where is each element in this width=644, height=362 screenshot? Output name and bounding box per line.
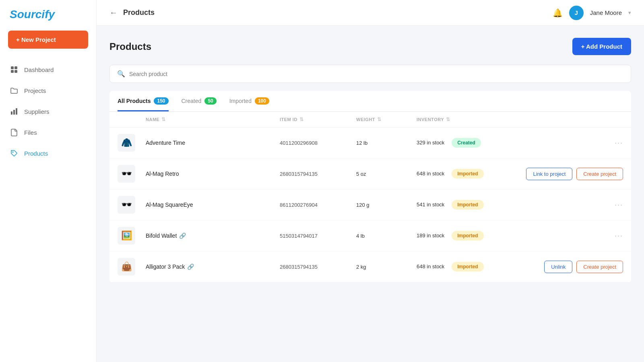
product-inventory: 541 in stock [417,202,444,208]
status-badge: Imported [452,262,483,272]
product-item-id: 4011200296908 [280,140,352,146]
weight-sort-icon[interactable]: ⇅ [377,117,382,122]
col-actions [493,117,623,122]
tab-badge-imported: 100 [255,97,269,105]
topbar-right: 🔔 J Jane Moore ▾ [553,6,631,20]
table-row: 🖼️ Bifold Wallet 🔗 5150314794017 4 lb 18… [109,220,631,251]
table-row: 🕶️ Al-Mag SquareEye 8611200276904 120 g … [109,189,631,220]
avatar: J [569,6,584,20]
status-badge: Created [452,138,481,148]
product-thumbnail: 🖼️ [118,227,135,245]
product-thumbnail: 🕶️ [118,165,135,183]
product-weight: 120 g [356,202,413,208]
inventory-sort-icon[interactable]: ⇅ [446,117,450,122]
back-button[interactable]: ← [109,8,118,17]
product-thumbnail: 👜 [118,258,135,276]
new-project-button[interactable]: + New Project [8,31,88,49]
product-inventory: 648 in stock [417,171,444,177]
brand-name: Sourcify [10,8,55,21]
tab-label: Imported [229,98,252,104]
topbar-title: Products [123,8,155,17]
add-product-button[interactable]: + Add Product [572,38,631,55]
product-item-id: 5150314794017 [280,233,352,239]
search-icon: 🔍 [117,70,125,78]
svg-rect-3 [14,70,17,73]
product-inventory-cell: 541 in stock Imported [417,200,489,210]
col-weight: WEIGHT ⇅ [356,117,413,122]
product-weight: 5 oz [356,171,413,177]
product-inventory-cell: 648 in stock Imported [417,262,489,272]
content-area: Products + Add Product 🔍 All Products 15… [97,26,644,362]
logo: Sourcify [0,8,96,31]
col-name: NAME ⇅ [146,117,276,122]
product-inventory: 648 in stock [417,263,444,269]
product-item-id: 8611200276904 [280,202,352,208]
link-to-project-button[interactable]: Link to project [526,168,572,180]
svg-point-7 [12,152,14,153]
col-item-id: ITEM ID ⇅ [280,117,352,122]
product-thumbnail: 🕶️ [118,196,135,214]
svg-rect-0 [11,66,14,69]
content-header: Products + Add Product [109,38,631,55]
product-inventory: 329 in stock [417,140,444,146]
table-row: 🧥 Adventure Time 4011200296908 12 lb 329… [109,128,631,158]
product-name: Alligator 3 Pack 🔗 [146,263,276,270]
status-badge: Imported [452,169,483,179]
more-actions-icon[interactable]: ··· [615,232,623,240]
col-thumb [118,117,142,122]
svg-rect-1 [14,66,17,69]
product-weight: 12 lb [356,140,413,146]
more-actions-icon[interactable]: ··· [615,201,623,209]
tab-badge-all: 150 [154,97,168,105]
create-project-button[interactable]: Create project [576,168,623,180]
more-actions-icon[interactable]: ··· [615,139,623,147]
sidebar-item-label: Files [24,129,37,136]
row-actions: ··· [493,232,623,240]
status-badge: Imported [452,200,483,210]
tab-imported[interactable]: Imported 100 [229,91,269,111]
unlink-button[interactable]: Unlink [544,261,572,273]
svg-rect-4 [11,111,12,115]
product-name: Al-Mag SquareEye [146,202,276,208]
page-title: Products [109,41,151,52]
table-row: 🕶️ Al-Mag Retro 2680315794135 5 oz 648 i… [109,158,631,189]
sidebar-item-label: Projects [24,87,46,94]
name-sort-icon[interactable]: ⇅ [161,117,166,122]
row-actions: ··· [493,139,623,147]
search-input[interactable] [129,71,623,77]
folder-icon [10,86,19,95]
table-row: 👜 Alligator 3 Pack 🔗 2680315794135 2 kg … [109,251,631,282]
product-item-id: 2680315794135 [280,171,352,177]
product-weight: 4 lb [356,233,413,239]
link-icon: 🔗 [187,263,194,270]
sidebar-item-products[interactable]: Products [0,144,96,163]
tab-label: Created [182,98,202,104]
row-actions: UnlinkCreate project [493,261,623,273]
tab-created[interactable]: Created 50 [182,91,217,111]
sidebar-item-projects[interactable]: Projects [0,81,96,100]
svg-rect-6 [16,108,17,115]
status-badge: Imported [452,231,483,241]
create-project-button[interactable]: Create project [576,261,623,273]
tab-label: All Products [118,98,151,104]
notification-icon[interactable]: 🔔 [553,8,563,18]
table-header: NAME ⇅ ITEM ID ⇅ WEIGHT ⇅ INVENTORY ⇅ [109,112,631,128]
product-name: Al-Mag Retro [146,171,276,177]
chevron-down-icon[interactable]: ▾ [628,10,631,16]
svg-rect-5 [13,110,15,115]
tabs-bar: All Products 150 Created 50 Imported 100 [109,91,631,112]
product-name: Adventure Time [146,140,276,146]
file-icon [10,128,19,137]
sidebar-item-dashboard[interactable]: Dashboard [0,60,96,79]
tag-icon [10,149,19,158]
itemid-sort-icon[interactable]: ⇅ [299,117,304,122]
tab-badge-created: 50 [204,97,216,105]
sidebar: Sourcify + New Project Dashboard Project… [0,0,97,362]
sidebar-item-label: Dashboard [24,66,54,73]
sidebar-item-suppliers[interactable]: Suppliers [0,102,96,121]
chart-icon [10,107,19,116]
sidebar-item-files[interactable]: Files [0,123,96,142]
tab-all[interactable]: All Products 150 [118,91,169,111]
grid-icon [10,65,19,74]
topbar-left: ← Products [109,8,155,17]
